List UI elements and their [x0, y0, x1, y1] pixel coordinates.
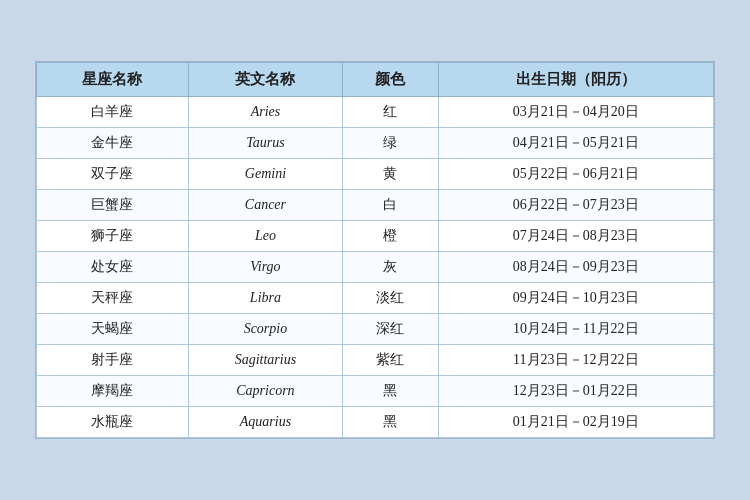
cell-chinese: 处女座 — [37, 252, 189, 283]
table-row: 射手座Sagittarius紫红11月23日－12月22日 — [37, 345, 714, 376]
cell-chinese: 射手座 — [37, 345, 189, 376]
cell-english: Sagittarius — [188, 345, 342, 376]
col-header-color: 颜色 — [343, 63, 439, 97]
cell-chinese: 水瓶座 — [37, 407, 189, 438]
table-header-row: 星座名称 英文名称 颜色 出生日期（阳历） — [37, 63, 714, 97]
cell-chinese: 巨蟹座 — [37, 190, 189, 221]
cell-english: Libra — [188, 283, 342, 314]
table-row: 处女座Virgo灰08月24日－09月23日 — [37, 252, 714, 283]
cell-dates: 10月24日－11月22日 — [438, 314, 713, 345]
cell-color: 淡红 — [343, 283, 439, 314]
cell-color: 白 — [343, 190, 439, 221]
table-row: 金牛座Taurus绿04月21日－05月21日 — [37, 128, 714, 159]
col-header-english: 英文名称 — [188, 63, 342, 97]
col-header-chinese: 星座名称 — [37, 63, 189, 97]
table-body: 白羊座Aries红03月21日－04月20日金牛座Taurus绿04月21日－0… — [37, 97, 714, 438]
cell-dates: 01月21日－02月19日 — [438, 407, 713, 438]
cell-chinese: 白羊座 — [37, 97, 189, 128]
cell-dates: 07月24日－08月23日 — [438, 221, 713, 252]
cell-english: Aquarius — [188, 407, 342, 438]
zodiac-table-container: 星座名称 英文名称 颜色 出生日期（阳历） 白羊座Aries红03月21日－04… — [35, 61, 715, 439]
cell-english: Aries — [188, 97, 342, 128]
cell-chinese: 天秤座 — [37, 283, 189, 314]
cell-dates: 05月22日－06月21日 — [438, 159, 713, 190]
cell-color: 绿 — [343, 128, 439, 159]
col-header-dates: 出生日期（阳历） — [438, 63, 713, 97]
table-row: 双子座Gemini黄05月22日－06月21日 — [37, 159, 714, 190]
cell-dates: 12月23日－01月22日 — [438, 376, 713, 407]
cell-english: Cancer — [188, 190, 342, 221]
cell-chinese: 狮子座 — [37, 221, 189, 252]
cell-english: Taurus — [188, 128, 342, 159]
cell-english: Leo — [188, 221, 342, 252]
cell-dates: 06月22日－07月23日 — [438, 190, 713, 221]
table-row: 摩羯座Capricorn黑12月23日－01月22日 — [37, 376, 714, 407]
table-row: 天秤座Libra淡红09月24日－10月23日 — [37, 283, 714, 314]
zodiac-table: 星座名称 英文名称 颜色 出生日期（阳历） 白羊座Aries红03月21日－04… — [36, 62, 714, 438]
table-row: 天蝎座Scorpio深红10月24日－11月22日 — [37, 314, 714, 345]
cell-color: 紫红 — [343, 345, 439, 376]
cell-chinese: 天蝎座 — [37, 314, 189, 345]
cell-english: Scorpio — [188, 314, 342, 345]
cell-english: Gemini — [188, 159, 342, 190]
cell-color: 黑 — [343, 376, 439, 407]
cell-dates: 09月24日－10月23日 — [438, 283, 713, 314]
cell-chinese: 金牛座 — [37, 128, 189, 159]
cell-color: 黑 — [343, 407, 439, 438]
cell-color: 黄 — [343, 159, 439, 190]
table-row: 白羊座Aries红03月21日－04月20日 — [37, 97, 714, 128]
cell-color: 深红 — [343, 314, 439, 345]
table-row: 水瓶座Aquarius黑01月21日－02月19日 — [37, 407, 714, 438]
table-row: 巨蟹座Cancer白06月22日－07月23日 — [37, 190, 714, 221]
cell-chinese: 摩羯座 — [37, 376, 189, 407]
cell-dates: 04月21日－05月21日 — [438, 128, 713, 159]
cell-color: 橙 — [343, 221, 439, 252]
cell-dates: 08月24日－09月23日 — [438, 252, 713, 283]
cell-color: 灰 — [343, 252, 439, 283]
cell-dates: 11月23日－12月22日 — [438, 345, 713, 376]
table-row: 狮子座Leo橙07月24日－08月23日 — [37, 221, 714, 252]
cell-dates: 03月21日－04月20日 — [438, 97, 713, 128]
cell-english: Virgo — [188, 252, 342, 283]
cell-english: Capricorn — [188, 376, 342, 407]
cell-chinese: 双子座 — [37, 159, 189, 190]
cell-color: 红 — [343, 97, 439, 128]
